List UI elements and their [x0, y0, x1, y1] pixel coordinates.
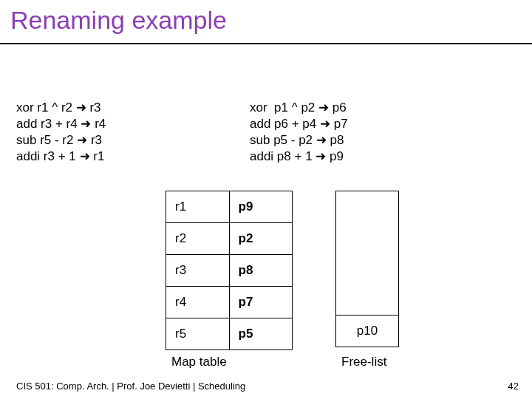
free-list-caption: Free-list [341, 355, 386, 369]
code-line: addi r3 + 1 ➜ r1 [16, 149, 104, 163]
phys-reg-cell: p8 [229, 255, 293, 287]
arch-reg-cell: r2 [166, 223, 230, 255]
map-table-caption: Map table [171, 355, 227, 369]
slide-footer: CIS 501: Comp. Arch. | Prof. Joe Deviett… [16, 381, 245, 392]
phys-reg-cell: p5 [229, 318, 293, 350]
page-number: 42 [508, 381, 519, 392]
arrow-icon: ➜ [81, 116, 91, 132]
renamed-code-block: xor p1 ^ p2 ➜ p6 add p6 + p4 ➜ p7 sub p5… [250, 100, 348, 165]
table-row: r4 p7 [166, 287, 293, 318]
code-line: xor p1 ^ p2 ➜ p6 [250, 100, 347, 115]
code-line: sub r5 - r2 ➜ r3 [16, 133, 102, 147]
arrow-icon: ➜ [320, 116, 330, 132]
arch-reg-cell: r5 [166, 318, 230, 350]
code-line: add p6 + p4 ➜ p7 [250, 117, 348, 131]
original-code-block: xor r1 ^ r2 ➜ r3 add r3 + r4 ➜ r4 sub r5… [16, 100, 106, 165]
free-list-entry: p10 [336, 315, 398, 347]
code-line: sub p5 - p2 ➜ p8 [250, 133, 344, 147]
free-list-box: p10 [335, 191, 399, 347]
code-line: xor r1 ^ r2 ➜ r3 [16, 100, 101, 115]
table-row: r5 p5 [166, 318, 293, 350]
code-line: addi p8 + 1 ➜ p9 [250, 149, 344, 163]
phys-reg-cell: p7 [229, 287, 293, 318]
arrow-icon: ➜ [316, 149, 326, 165]
phys-reg-cell: p9 [229, 191, 293, 223]
code-line: add r3 + r4 ➜ r4 [16, 117, 106, 131]
slide-title: Renaming example [10, 6, 227, 35]
phys-reg-cell: p2 [229, 223, 293, 255]
arrow-icon: ➜ [80, 149, 90, 165]
arrow-icon: ➜ [77, 132, 87, 149]
title-divider [0, 43, 532, 44]
map-table: r1 p9 r2 p2 r3 p8 r4 p7 r5 p5 [166, 191, 293, 350]
table-row: r3 p8 [166, 255, 293, 287]
arch-reg-cell: r4 [166, 287, 230, 318]
arch-reg-cell: r3 [166, 255, 230, 287]
table-row: r1 p9 [166, 191, 293, 223]
arrow-icon: ➜ [316, 132, 327, 149]
arch-reg-cell: r1 [166, 191, 230, 223]
table-row: r2 p2 [166, 223, 293, 255]
arrow-icon: ➜ [318, 100, 329, 116]
arrow-icon: ➜ [76, 100, 86, 116]
